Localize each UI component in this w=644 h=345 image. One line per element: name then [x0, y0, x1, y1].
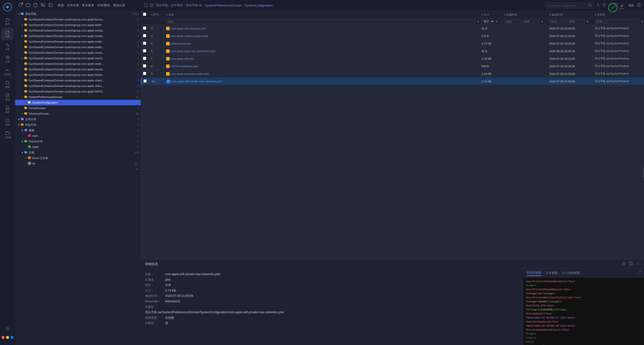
close-button[interactable]	[2, 336, 5, 339]
row-check[interactable]	[141, 71, 150, 77]
row-check[interactable]	[141, 63, 150, 69]
col-name-header[interactable]: ≡ 名称	[165, 11, 480, 18]
sidebar-item-notes[interactable]: 笔记	[2, 91, 14, 103]
tree-item[interactable]: SysSharedContainerDomain-systemgroup.com…	[15, 17, 141, 22]
sidebar-item-analysis[interactable]: 分析	[2, 41, 14, 53]
tab-original-view[interactable]: 原类型视图	[526, 270, 542, 276]
tree-item[interactable]: SysSharedContainerDomain-systemgroup.com…	[15, 61, 141, 67]
sidebar-item-report[interactable]: 报告	[2, 104, 14, 116]
filter-name-icon[interactable]: ▼	[477, 20, 479, 23]
tree-item[interactable]: SysSharedContainerDomain-systemgroup.com…	[15, 89, 141, 94]
minimize-button[interactable]	[6, 336, 9, 339]
refresh-icon[interactable]	[18, 3, 23, 8]
tree-item-sqlite[interactable]: sqlite 3	[15, 144, 141, 150]
search-input[interactable]	[547, 4, 587, 7]
file-link[interactable]: com.apple.wifi-networks.plist	[171, 27, 206, 30]
row-check[interactable]	[141, 56, 150, 62]
file-all-btn[interactable]: 文件全显	[67, 3, 79, 8]
split-icon[interactable]	[629, 262, 633, 266]
filter-size-icon[interactable]: ▼	[496, 20, 498, 23]
filter-size-op[interactable]: 等于	[481, 19, 495, 24]
col-check-header[interactable]	[141, 11, 150, 18]
sidebar-item-tools[interactable]: 工具箱	[2, 129, 14, 141]
tree-item-systemconfig[interactable]: SystemConfiguration 10	[15, 100, 141, 105]
maximize-button[interactable]	[11, 336, 14, 339]
detail-preview-btn[interactable]: 详情/预览	[97, 3, 110, 8]
sidebar-item-case[interactable]: 案件	[2, 15, 14, 27]
tree-item[interactable]: SysSharedContainerDomain-systemgroup.com…	[15, 28, 141, 33]
tree-item-txt[interactable]: txt 201	[15, 161, 141, 166]
advanced-btn[interactable]: 高级	[628, 4, 634, 7]
expand-preview-icon[interactable]	[637, 271, 641, 275]
filter-modified-end[interactable]	[567, 19, 585, 24]
tree-section-anomaly[interactable]: ▼ 特征不符 3	[15, 122, 141, 128]
breadcrumb-tar[interactable]: 导出手机.tar	[186, 3, 202, 8]
file-link[interactable]: com.apple.wifi.plist	[171, 57, 194, 60]
sidebar-item-location[interactable]: 位置	[2, 53, 14, 65]
export-icon[interactable]	[619, 5, 624, 10]
col-path-header[interactable]: ≡ 全路径	[594, 11, 644, 18]
document-icon[interactable]	[33, 3, 38, 8]
tree-item[interactable]: + SysSharedContainerDomain-systemgroup.c…	[15, 22, 141, 28]
col-created-header[interactable]: ≡ 创建时间	[503, 11, 548, 18]
sign-recover-btn[interactable]: 签名恢复	[82, 3, 94, 8]
columns-icon[interactable]	[637, 3, 641, 8]
tree-root[interactable]: ▼ 导出手机 17703	[15, 11, 141, 17]
row-check[interactable]	[141, 48, 150, 54]
select-all-checkbox[interactable]	[143, 13, 146, 16]
user-icon[interactable]	[596, 3, 600, 8]
sidebar-menu-icon[interactable]	[5, 327, 10, 332]
file-link[interactable]: com.apple.eapol.sim.generation.plist	[171, 50, 216, 53]
sidebar-item-file[interactable]: 文件	[2, 28, 14, 40]
edit-icon[interactable]	[150, 3, 154, 8]
tree-item-mp4[interactable]: mp4 2	[15, 133, 141, 139]
tree-item-systempreferences[interactable]: − SystemPreferencesDomain 13	[15, 94, 141, 100]
row-check[interactable]	[141, 25, 150, 32]
filter-path-input[interactable]	[595, 19, 639, 24]
filter-modified-start[interactable]	[549, 19, 567, 24]
close-detail-icon[interactable]	[636, 262, 640, 266]
col-size-header[interactable]: ≡ 大小	[480, 11, 503, 18]
tree-item[interactable]: SysSharedContainerDomain-systemgroup.com…	[15, 83, 141, 89]
tree-item[interactable]: SysSharedContainerDomain-systemgroup.com…	[15, 50, 141, 55]
folder-icon[interactable]	[26, 3, 30, 8]
tree-item[interactable]: TonesDomain 0	[15, 105, 141, 111]
file-link[interactable]: OSThermalStatus.plist	[171, 65, 198, 68]
tree-item[interactable]: + SysSharedContainerDomain-systemgroup.c…	[15, 55, 141, 61]
sidebar-item-judge[interactable]: 研判	[2, 116, 14, 128]
filter-created-icon[interactable]: ▼	[541, 20, 543, 23]
search-icon[interactable]	[588, 3, 592, 8]
file-link[interactable]: com.apple.wifi-private-mac-networks.plis…	[171, 80, 222, 83]
scroll-down-icon[interactable]	[135, 168, 139, 172]
eye-off-icon[interactable]	[41, 3, 45, 8]
breadcrumb-sysconfig[interactable]: SystemConfiguration	[245, 4, 273, 7]
tree-item[interactable]: SysSharedContainerDomain-systemgroup.com…	[15, 44, 141, 50]
tree-item[interactable]: SysSharedContainerDomain-systemgroup.com…	[15, 67, 141, 72]
sidebar-item-search[interactable]: 搜索	[2, 78, 14, 90]
tree-item-sqlite-folder[interactable]: ▼ SQLite文件 3	[15, 139, 141, 144]
folder-nav-icon[interactable]	[144, 3, 148, 8]
tree-item[interactable]: SysSharedContainerDomain-systemgroup.com…	[15, 72, 141, 78]
col-modified-header[interactable]: ≡ 修改时间	[548, 11, 594, 18]
row-check[interactable]	[141, 41, 150, 47]
breadcrumb-sysprefs[interactable]: SystemPreferencesDomain	[205, 4, 242, 7]
file-link[interactable]: preferences.plist	[171, 42, 191, 45]
row-check[interactable]	[141, 78, 150, 84]
filter-path-icon[interactable]: ⚙	[641, 20, 643, 23]
tab-hex-view[interactable]: 十六进制视图	[562, 270, 580, 276]
tab-text-view[interactable]: 文本视图	[546, 270, 558, 276]
settings-icon[interactable]	[622, 262, 626, 266]
tree-item-video[interactable]: ▼ 视频 2	[15, 128, 141, 133]
tree-item[interactable]: SysSharedContainerDomain-systemgroup.com…	[15, 78, 141, 83]
tree-item-excel[interactable]: + Excel 工作表 1	[15, 155, 141, 161]
breadcrumb-filesystem[interactable]: 文件系统	[171, 3, 183, 8]
file-link[interactable]: com.apple.accounts.exists.plist	[171, 72, 209, 75]
breadcrumb-export[interactable]: 导出手机	[156, 3, 168, 8]
tree-item-doc-folder[interactable]: ▼ 文档 279	[15, 150, 141, 155]
sidebar-item-timeline[interactable]: 时间线	[2, 66, 14, 78]
filter-created-end[interactable]	[522, 19, 540, 24]
tree-item[interactable]: SysSharedContainerDomain-systemgroup.com…	[15, 39, 141, 44]
pin-icon[interactable]	[602, 3, 606, 8]
col-seq-header[interactable]: ≡ 序号	[150, 11, 165, 18]
tree-toggle[interactable]: ▼	[17, 13, 21, 15]
